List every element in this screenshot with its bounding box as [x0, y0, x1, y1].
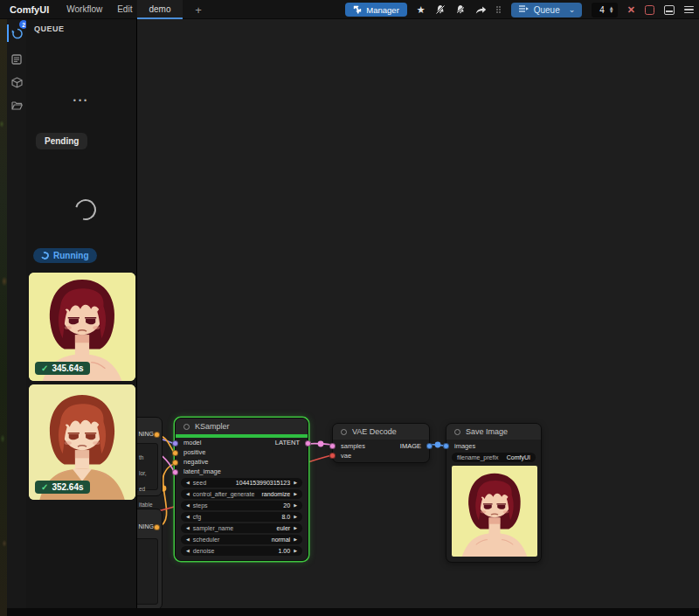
pending-section-label[interactable]: Pending [36, 133, 87, 149]
sampler-name-widget[interactable]: ◀ sampler_name euler ▶ [181, 523, 302, 533]
save-image-preview[interactable] [452, 466, 537, 557]
bell-slash-icon-2[interactable] [455, 4, 466, 15]
menu-workflow[interactable]: Workflow [66, 4, 102, 14]
queue-result-thumbnail[interactable]: ✓ 352.64s [29, 384, 135, 500]
cfg-widget[interactable]: ◀ cfg 8.0 ▶ [181, 512, 302, 522]
negative-input-pin[interactable] [172, 460, 178, 466]
stop-icon[interactable] [645, 5, 654, 15]
images-input-pin[interactable] [443, 443, 449, 449]
scheduler-widget[interactable]: ◀ scheduler normal ▶ [181, 535, 302, 544]
duration-badge: ✓ 345.64s [35, 362, 90, 375]
samples-input-pin[interactable] [329, 443, 336, 449]
input-label-vae: vae [341, 452, 351, 460]
output-label-latent: LATENT [275, 439, 300, 446]
sidebar-item-model-library[interactable] [7, 72, 26, 93]
collapse-dot-icon[interactable] [341, 429, 347, 435]
image-output-pin[interactable] [426, 443, 433, 449]
running-spinner-icon [40, 251, 51, 261]
decrement-icon[interactable]: ◀ [186, 515, 190, 519]
control-after-generate-widget[interactable]: ◀ control_after_generate randomize ▶ [181, 489, 302, 499]
menu-edit[interactable]: Edit [117, 4, 132, 14]
increment-icon[interactable]: ▶ [294, 549, 297, 553]
toolbar-drag-handle[interactable] [496, 6, 502, 14]
ksampler-node[interactable]: KSampler model LATENT positive negative … [175, 418, 308, 561]
latent-output-pin[interactable] [305, 440, 311, 446]
decrement-icon[interactable]: ◀ [186, 526, 190, 530]
increment-icon[interactable]: ▶ [294, 481, 297, 485]
seed-widget[interactable]: ◀ seed 1044153990315123 ▶ [181, 478, 302, 488]
image-reroute-dot [435, 442, 441, 448]
stepper-down-icon[interactable]: ▼ [609, 10, 614, 14]
list-panel-icon [11, 54, 22, 65]
preview-image-red-hair-girl [452, 466, 537, 557]
input-label-negative: negative [183, 458, 208, 466]
app-logo[interactable]: ComfyUI [10, 4, 49, 15]
sidebar-item-queue[interactable]: 2 [7, 23, 26, 44]
latent-image-input-pin[interactable] [172, 469, 178, 475]
duration-value: 352.64s [52, 482, 83, 492]
model-input-pin[interactable] [172, 440, 178, 446]
vae-input-pin[interactable] [329, 453, 336, 459]
increment-icon[interactable]: ▶ [294, 537, 297, 542]
decrement-icon[interactable]: ◀ [186, 492, 190, 496]
background-strip [0, 19, 7, 616]
input-label-latent-image: latent_image [183, 467, 221, 475]
queue-result-thumbnail[interactable]: ✓ 345.64s [29, 273, 135, 381]
input-label-samples: samples [341, 442, 365, 450]
bell-slash-icon[interactable] [435, 4, 446, 15]
running-badge[interactable]: Running [33, 248, 97, 263]
sidebar-item-workflows[interactable] [7, 94, 26, 115]
decrement-icon[interactable]: ◀ [186, 481, 190, 485]
increment-icon[interactable]: ▶ [294, 492, 297, 496]
icon-sidebar: 2 [7, 19, 26, 608]
queue-history-icon [11, 28, 23, 39]
clear-queue-icon[interactable]: ✕ [627, 5, 635, 15]
widget-value: 20 [283, 502, 290, 509]
io-row: model LATENT [176, 438, 308, 447]
bottom-panel-toggle-icon[interactable] [664, 5, 675, 15]
decrement-icon[interactable]: ◀ [186, 503, 190, 508]
prompt-fragment: th [139, 453, 157, 461]
conditioning-output-pin[interactable] [154, 432, 160, 438]
increment-icon[interactable]: ▶ [294, 503, 297, 508]
increment-icon[interactable]: ▶ [294, 515, 297, 519]
cube-icon [11, 77, 23, 88]
comfyui-window: ComfyUI Workflow Edit Help demo + Manage… [0, 0, 699, 616]
decrement-icon[interactable]: ◀ [186, 537, 190, 542]
denoise-widget[interactable]: ◀ denoise 1.00 ▶ [181, 546, 302, 556]
input-label-images: images [454, 442, 475, 450]
save-image-node[interactable]: Save Image images filename_prefix ComfyU… [446, 423, 542, 563]
latent-reroute-dot [318, 441, 324, 447]
manager-button[interactable]: Manager [345, 3, 407, 17]
queue-button[interactable]: Queue ⌄ [511, 3, 583, 17]
widget-label: sampler_name [193, 525, 233, 531]
widget-value: euler [277, 525, 291, 531]
bottom-edge-bar [7, 608, 699, 616]
collapse-dot-icon[interactable] [183, 424, 190, 430]
duration-value: 345.64s [52, 363, 83, 373]
batch-count-steppers[interactable]: ▲ ▼ [609, 6, 614, 14]
filename-prefix-widget[interactable]: filename_prefix ComfyUI [452, 453, 536, 462]
vae-decode-header[interactable]: VAE Decode [333, 424, 429, 440]
batch-count-value: 4 [599, 5, 605, 15]
star-icon[interactable]: ★ [417, 5, 426, 15]
share-arrow-icon[interactable] [475, 5, 487, 15]
conditioning-output-pin[interactable] [154, 524, 160, 530]
save-image-header[interactable]: Save Image [446, 424, 541, 440]
new-tab-button[interactable]: + [190, 0, 206, 19]
collapse-dot-icon[interactable] [454, 429, 460, 435]
chevron-down-icon[interactable]: ⌄ [569, 5, 576, 14]
steps-widget[interactable]: ◀ steps 20 ▶ [181, 501, 302, 510]
queue-more-ellipsis[interactable]: ••• [26, 96, 136, 105]
folder-icon [11, 100, 23, 110]
ksampler-header[interactable]: KSampler [176, 419, 308, 434]
sidebar-item-node-library[interactable] [7, 49, 26, 70]
increment-icon[interactable]: ▶ [294, 526, 297, 530]
batch-count-input[interactable]: 4 ▲ ▼ [592, 3, 618, 17]
workflow-tab-demo[interactable]: demo [137, 0, 183, 19]
hamburger-menu-icon[interactable] [684, 6, 694, 14]
queue-panel: QUEUE ••• Pending Running ✓ 345.64s [26, 19, 137, 608]
positive-input-pin[interactable] [172, 450, 178, 456]
decrement-icon[interactable]: ◀ [186, 549, 190, 553]
vae-decode-node[interactable]: VAE Decode samples IMAGE vae [332, 423, 430, 463]
